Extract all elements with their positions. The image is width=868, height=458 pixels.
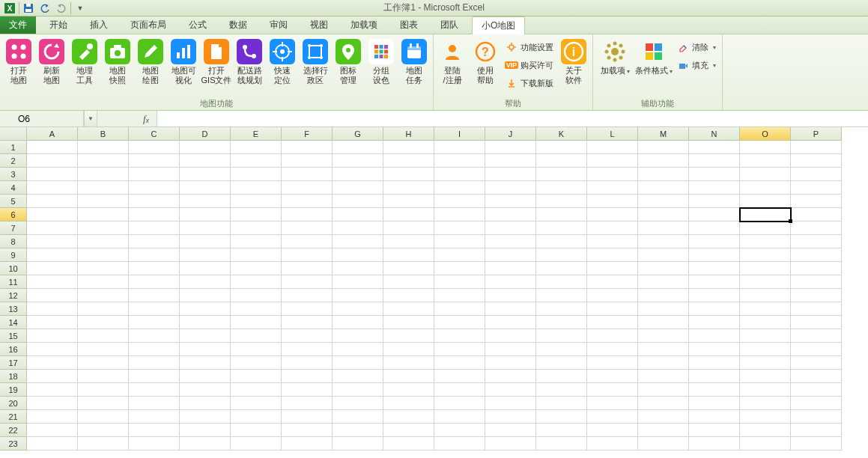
cell[interactable] [434, 289, 485, 302]
cell[interactable] [129, 235, 180, 248]
worksheet-grid[interactable]: ABCDEFGHIJKLMNOP 12345678910111213141516… [0, 127, 868, 458]
row-header-12[interactable]: 12 [0, 289, 27, 302]
cell[interactable] [740, 289, 791, 302]
cell[interactable] [536, 356, 587, 370]
cell[interactable] [791, 302, 842, 316]
cell[interactable] [27, 262, 78, 275]
cell[interactable] [791, 289, 842, 302]
cell[interactable] [231, 181, 282, 195]
cell[interactable] [27, 437, 78, 451]
cell[interactable] [536, 410, 587, 424]
cell[interactable] [689, 168, 740, 181]
cell[interactable] [27, 154, 78, 168]
cell[interactable] [333, 195, 383, 208]
cell[interactable] [180, 235, 231, 248]
cell[interactable] [383, 437, 434, 451]
formula-input[interactable] [157, 111, 868, 126]
excel-icon[interactable]: X [1, 1, 18, 16]
cell[interactable] [434, 141, 485, 154]
cell[interactable] [129, 208, 180, 222]
cell[interactable] [383, 262, 434, 275]
ribbon-btn-refresh[interactable]: 刷新地图 [36, 37, 67, 85]
row-header-7[interactable]: 7 [0, 222, 27, 235]
cell[interactable] [282, 154, 333, 168]
cell[interactable] [78, 168, 129, 181]
cell[interactable] [383, 222, 434, 235]
cell[interactable] [485, 181, 536, 195]
cell[interactable] [231, 275, 282, 289]
cell[interactable] [740, 248, 791, 262]
cell[interactable] [485, 370, 536, 383]
col-header-H[interactable]: H [383, 127, 434, 141]
ribbon-btn-calendar[interactable]: 地图任务 [398, 37, 430, 85]
cell[interactable] [129, 168, 180, 181]
cell[interactable] [383, 181, 434, 195]
cell[interactable] [791, 356, 842, 370]
cell[interactable] [383, 397, 434, 410]
col-header-N[interactable]: N [689, 127, 740, 141]
cell[interactable] [282, 316, 333, 329]
cell[interactable] [383, 329, 434, 343]
ribbon-btn-info[interactable]: i 关于软件 [558, 37, 589, 85]
cell[interactable] [180, 141, 231, 154]
cell[interactable] [27, 222, 78, 235]
fx-icon[interactable]: fx [140, 113, 152, 125]
cell[interactable] [791, 168, 842, 181]
cell[interactable] [434, 370, 485, 383]
cell[interactable] [536, 424, 587, 437]
cell[interactable] [129, 195, 180, 208]
cell[interactable] [740, 168, 791, 181]
cell[interactable] [689, 424, 740, 437]
ribbon-btn-user[interactable]: 登陆/注册 [437, 37, 468, 85]
cell[interactable] [689, 397, 740, 410]
cell[interactable] [282, 208, 333, 222]
cell[interactable] [638, 302, 689, 316]
cell[interactable] [638, 329, 689, 343]
cell[interactable] [333, 181, 383, 195]
col-header-A[interactable]: A [27, 127, 78, 141]
cell[interactable] [180, 168, 231, 181]
cell[interactable] [587, 383, 638, 397]
cell[interactable] [638, 370, 689, 383]
cell[interactable] [434, 410, 485, 424]
cell[interactable] [485, 329, 536, 343]
row-header-20[interactable]: 20 [0, 397, 27, 410]
cell[interactable] [791, 383, 842, 397]
cell[interactable] [231, 424, 282, 437]
cell[interactable] [485, 248, 536, 262]
row-header-8[interactable]: 8 [0, 235, 27, 248]
cell[interactable] [129, 289, 180, 302]
row-header-9[interactable]: 9 [0, 248, 27, 262]
name-box-dropdown[interactable]: ▼ [84, 111, 97, 126]
cell[interactable] [638, 316, 689, 329]
cell[interactable] [282, 343, 333, 356]
cell[interactable] [78, 383, 129, 397]
cell[interactable] [282, 383, 333, 397]
cell[interactable] [638, 437, 689, 451]
cell[interactable] [587, 370, 638, 383]
cell[interactable] [78, 437, 129, 451]
cell[interactable] [791, 437, 842, 451]
cell[interactable] [638, 222, 689, 235]
cell[interactable] [129, 437, 180, 451]
cell[interactable] [282, 370, 333, 383]
cell[interactable] [78, 181, 129, 195]
cell[interactable] [740, 262, 791, 275]
cell[interactable] [689, 141, 740, 154]
cell[interactable] [180, 248, 231, 262]
cell[interactable] [536, 397, 587, 410]
cell[interactable] [129, 343, 180, 356]
cell[interactable] [383, 370, 434, 383]
cell[interactable] [231, 356, 282, 370]
ribbon-btn-tools[interactable]: 地理工具 [69, 37, 100, 85]
cell[interactable] [587, 343, 638, 356]
row-header-2[interactable]: 2 [0, 154, 27, 168]
cell[interactable] [27, 289, 78, 302]
cell[interactable] [180, 195, 231, 208]
ribbon-btn-condfmt[interactable]: 条件格式▾ [635, 37, 673, 86]
cell[interactable] [740, 356, 791, 370]
cell[interactable] [333, 370, 383, 383]
row-header-14[interactable]: 14 [0, 316, 27, 329]
cell[interactable] [383, 383, 434, 397]
cell[interactable] [333, 222, 383, 235]
